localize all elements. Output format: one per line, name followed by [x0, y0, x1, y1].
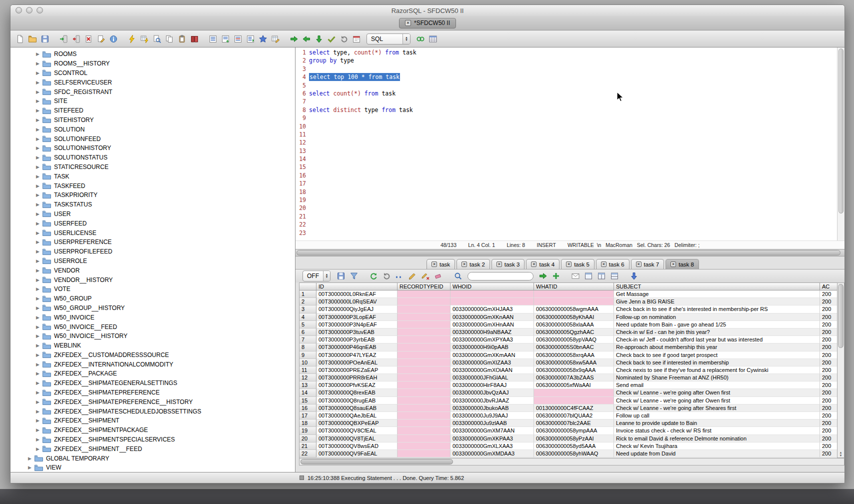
tree-item[interactable]: ▶ZKFEDEX__SHIPMATEGENERALSETTINGS	[10, 378, 295, 388]
cell[interactable]: 00T3000000P46qnEAB	[316, 344, 398, 351]
cell[interactable]: Check w/ Leanne - we're going after Shea…	[614, 404, 820, 412]
cell[interactable]: 00T3000000POeAnEAL	[316, 359, 398, 366]
list-icon[interactable]	[208, 34, 218, 44]
cell[interactable]	[398, 366, 450, 374]
copy-icon[interactable]	[164, 34, 175, 44]
row-number[interactable]: 18	[300, 420, 316, 427]
column-header[interactable]: ID	[316, 283, 398, 290]
tree-item[interactable]: ▶ZKFEDEX__SHIPMENTPACKAGE	[10, 426, 295, 435]
disclosure-triangle-icon[interactable]: ▶	[34, 278, 41, 282]
cell[interactable]: 00630000005QgzhAAC	[534, 328, 614, 336]
tab-close-icon[interactable]: ✕	[496, 262, 502, 267]
edit-doc-icon[interactable]	[96, 34, 106, 44]
cell[interactable]: Check w/ Leanne - we're going after Owen…	[614, 389, 820, 396]
editor-line[interactable]	[309, 82, 837, 90]
result-tab[interactable]: ✕task	[426, 259, 455, 269]
table-row[interactable]: 400T3000000P3LopEAF0033000000GmXKnAAN006…	[300, 314, 837, 321]
cell[interactable]: Need update from David	[614, 450, 820, 458]
cell[interactable]: 200	[820, 397, 837, 404]
results-search-input[interactable]	[468, 272, 534, 280]
tab-close-icon[interactable]: ✕	[531, 262, 536, 267]
row-number[interactable]: 2	[300, 298, 316, 306]
tree-item[interactable]: ▶VIEW	[10, 463, 295, 472]
editor-line[interactable]: select distinct type from task	[309, 106, 837, 114]
tree-item[interactable]: ▶SFDC_REGISTRANT	[10, 87, 295, 96]
row-number[interactable]: 7	[300, 336, 316, 344]
window-titlebar[interactable]: RazorSQL - SFDCW50 II	[10, 5, 844, 16]
editor-line[interactable]	[309, 212, 837, 220]
tree-item[interactable]: ▶ZKFEDEX__INTERNATIONALCOMMODITY	[10, 360, 295, 369]
cell[interactable]: 0033000000GmXKPAA3	[450, 435, 534, 442]
cell[interactable]: 0033000000GmXM7AAN	[450, 427, 534, 434]
disclosure-triangle-icon[interactable]: ▶	[34, 184, 41, 188]
tree-item[interactable]: ▶ZKFEDEX__CUSTOMADDRESSSOURCE	[10, 350, 295, 360]
tree-item[interactable]: ▶TASKPRIORITY	[10, 190, 295, 200]
paste-icon[interactable]	[176, 34, 188, 44]
table-row[interactable]: 2200T3000000QV9FaEAL0033000000GmXMDAA300…	[300, 450, 837, 458]
cell[interactable]	[534, 290, 614, 298]
tree-item[interactable]: ▶ZKFEDEX__PACKAGE	[10, 369, 295, 378]
editor-line[interactable]	[309, 138, 837, 146]
cell[interactable]: 00T3000000QBXPeEAP	[316, 420, 398, 427]
tab-close-icon[interactable]: ✕	[432, 262, 437, 267]
results-table[interactable]: IDRECORDTYPEIDWHOIDWHATIDSUBJECTAC 100T3…	[299, 282, 837, 458]
cell[interactable]	[450, 298, 534, 306]
editor-line[interactable]	[309, 180, 837, 188]
disclosure-triangle-icon[interactable]: ▶	[34, 164, 41, 170]
column-header[interactable]: SUBJECT	[614, 283, 820, 290]
cell[interactable]	[450, 290, 534, 298]
cell[interactable]: 200	[820, 352, 837, 359]
cell[interactable]: 0033000000JFhGlAAL	[450, 374, 534, 382]
result-tab[interactable]: ✕task 4	[526, 259, 560, 269]
tree-item[interactable]: ▶TASK	[10, 172, 295, 181]
sql-mode-select[interactable]: SQL ▲▼	[366, 34, 410, 44]
cell[interactable]: 0063000000058yhWAAQ	[534, 450, 614, 458]
win2-icon[interactable]	[596, 270, 607, 282]
cell[interactable]: 00T3000000Q8rexEAB	[316, 389, 398, 396]
disclosure-triangle-icon[interactable]: ▶	[34, 286, 41, 292]
cell[interactable]: 200	[820, 328, 837, 336]
disclosure-triangle-icon[interactable]: ▶	[34, 155, 41, 160]
cell[interactable]: Leanne to provide update to Bain	[614, 420, 820, 427]
minimize-window-button[interactable]	[26, 7, 32, 14]
result-tab[interactable]: ✕task 5	[561, 259, 594, 269]
cell[interactable]	[398, 344, 450, 351]
tree-item[interactable]: ▶ZKFEDEX__SHIPMENT	[10, 416, 295, 426]
editor-line[interactable]	[309, 122, 837, 130]
cell[interactable]: 00630000007blQUAA2	[534, 412, 614, 420]
info-icon[interactable]	[108, 34, 119, 44]
tree-item[interactable]: ▶SOLUTIONFEED	[10, 134, 295, 144]
tree-item[interactable]: ▶SCONTROL	[10, 68, 295, 78]
tree-item[interactable]: ▶SITE	[10, 96, 295, 106]
tab-close-icon[interactable]: ✕	[405, 20, 411, 26]
doc-search-icon[interactable]	[152, 34, 162, 44]
editor-line[interactable]: group by type	[309, 56, 837, 64]
undo-icon[interactable]	[338, 34, 350, 44]
tree-item[interactable]: ▶W50_INVOICE__FEED	[10, 322, 295, 332]
cell[interactable]: Check-in w/ Jeff - couldn't afford last …	[614, 336, 820, 344]
editor-line[interactable]: select type, count(*) from task	[309, 48, 837, 56]
tree-item[interactable]: ▶SELFSERVICEUSER	[10, 78, 295, 87]
cell[interactable]	[398, 290, 450, 298]
cell[interactable]: 00T3000000QV9FaEAL	[316, 450, 398, 458]
cell[interactable]: 00T3000000P3N4pEAF	[316, 321, 398, 328]
cell[interactable]: 00T3000000P3yrbEAB	[316, 336, 398, 344]
cell[interactable]: 0033000000Ju9zlAAB	[450, 420, 534, 427]
tree-item[interactable]: ▶ZKFEDEX__SHIPMENT__FEED	[10, 444, 295, 454]
cell[interactable]: 200	[820, 427, 837, 434]
down-blue-icon[interactable]	[628, 270, 640, 282]
cell[interactable]: 200	[820, 344, 837, 351]
cell[interactable]: 200	[820, 404, 837, 412]
editor-line[interactable]	[309, 155, 837, 163]
results-vertical-scrollbar[interactable]: ▲▼	[837, 282, 844, 458]
cell[interactable]: 0063000000058x9qAAA	[534, 366, 614, 374]
table-row[interactable]: 600T3000000P3tuvEAB0033000000H9aNBAAZ006…	[300, 328, 837, 336]
cell[interactable]: 0063000000058wgmAAA	[534, 306, 614, 313]
pencil-icon[interactable]	[407, 270, 418, 282]
tree-item[interactable]: ▶USERROLE	[10, 256, 295, 266]
book-icon[interactable]	[189, 34, 200, 44]
disclosure-triangle-icon[interactable]: ▶	[34, 174, 41, 179]
editor-line[interactable]	[309, 163, 837, 171]
search-icon[interactable]	[452, 270, 464, 282]
cell[interactable]: Check-in w/ Ed - can he join this year?	[614, 328, 820, 336]
